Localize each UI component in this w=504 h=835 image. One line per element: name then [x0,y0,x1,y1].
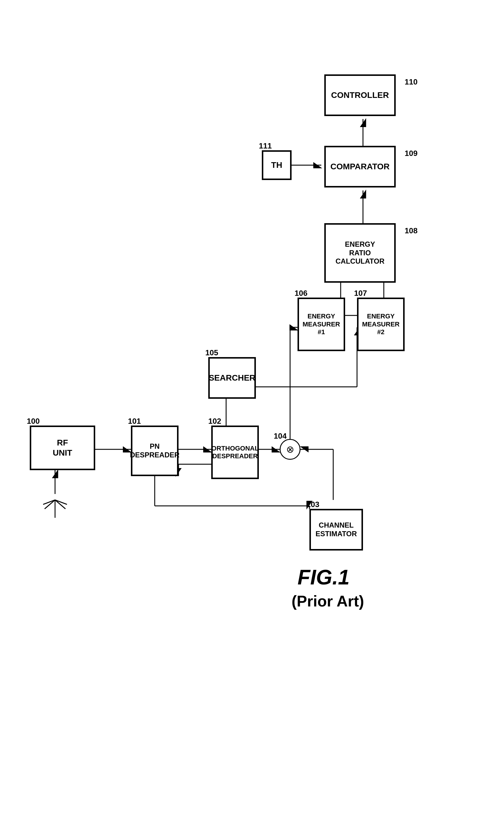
diagram: RF UNIT 100 PN DESPREADER 101 ORTHOGONAL… [0,0,504,835]
pn-despreader-block: PN DESPREADER [131,426,178,476]
svg-line-31 [55,500,67,504]
svg-line-29 [55,500,65,509]
svg-line-30 [43,500,55,504]
energy-measurer1-ref: 106 [295,289,307,298]
channel-estimator-ref: 103 [307,500,319,509]
energy-ratio-calc-block: ENERGY RATIO CALCULATOR [324,223,396,283]
antenna-symbol [42,494,68,519]
svg-line-28 [45,500,55,509]
th-block: TH [262,150,292,180]
energy-measurer2-block: ENERGY MEASURER #2 [357,298,405,351]
comparator-ref: 109 [405,149,417,158]
connection-lines [0,0,504,835]
searcher-ref: 105 [205,348,218,358]
figure-title: FIG.1 [297,565,350,589]
pn-despreader-ref: 101 [128,416,141,426]
rf-unit-ref: 100 [27,416,40,426]
controller-ref: 110 [405,77,417,87]
controller-block: CONTROLLER [324,75,396,116]
energy-measurer1-block: ENERGY MEASURER #1 [297,298,345,351]
th-ref: 111 [259,141,272,150]
rf-unit-block: RF UNIT [30,426,95,470]
orthogonal-despreader-block: ORTHOGONAL DESPREADER [211,426,259,479]
channel-estimator-block: CHANNEL ESTIMATOR [310,509,363,551]
energy-measurer2-ref: 107 [354,289,367,298]
multiplier-block: ⊗ [280,439,300,460]
comparator-block: COMPARATOR [324,146,396,187]
energy-ratio-calc-ref: 108 [405,226,417,236]
searcher-block: SEARCHER [208,357,256,399]
antenna-icon [42,494,68,518]
multiplier-ref: 104 [274,431,287,441]
figure-subtitle: (Prior Art) [292,592,364,610]
orthogonal-despreader-ref: 102 [208,416,221,426]
